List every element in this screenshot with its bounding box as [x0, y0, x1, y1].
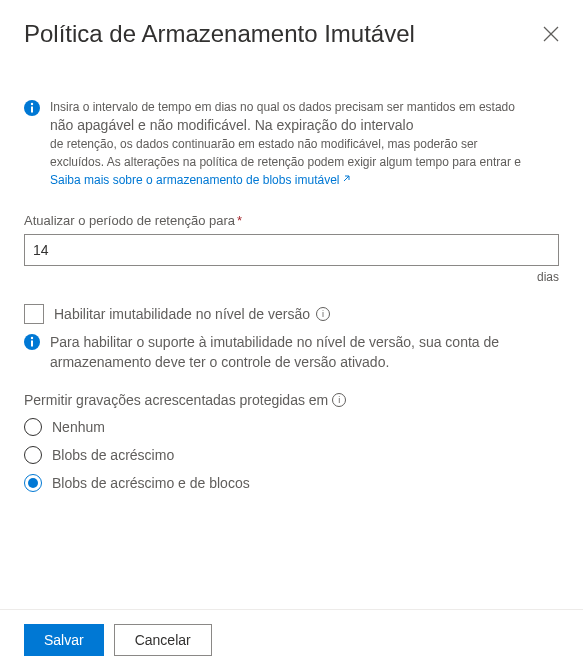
version-immutability-checkbox[interactable] [24, 304, 44, 324]
svg-rect-3 [31, 107, 33, 113]
info-block: Insira o intervalo de tempo em dias no q… [24, 98, 559, 189]
required-asterisk: * [237, 213, 242, 228]
radio-label-append: Blobs de acréscimo [52, 447, 174, 463]
retention-label: Atualizar o período de retenção para * [24, 213, 559, 228]
radio-option-append[interactable]: Blobs de acréscimo [24, 446, 559, 464]
radio-label-append-block: Blobs de acréscimo e de blocos [52, 475, 250, 491]
retention-unit: dias [24, 270, 559, 284]
close-icon [543, 26, 559, 42]
help-icon[interactable]: i [316, 307, 330, 321]
info-line1: Insira o intervalo de tempo em dias no q… [50, 100, 515, 114]
info-icon [24, 100, 40, 116]
info-line4: excluídos. As alterações na política de … [50, 155, 521, 169]
radio-label-none: Nenhum [52, 419, 105, 435]
svg-point-4 [31, 103, 33, 105]
save-button[interactable]: Salvar [24, 624, 104, 656]
info-line3: de retenção, os dados continuarão em est… [50, 137, 478, 151]
radio-option-append-block[interactable]: Blobs de acréscimo e de blocos [24, 474, 559, 492]
info-link[interactable]: Saiba mais sobre o armazenamento de blob… [50, 173, 340, 187]
version-immutability-help: Para habilitar o suporte à imutabilidade… [24, 332, 559, 372]
close-button[interactable] [543, 26, 559, 42]
info-line2: não apagável e não modificável. Na expir… [50, 117, 413, 133]
radio-icon [24, 418, 42, 436]
radio-icon [24, 446, 42, 464]
cancel-button[interactable]: Cancelar [114, 624, 212, 656]
help-icon[interactable]: i [332, 393, 346, 407]
external-link-icon [343, 174, 353, 184]
version-immutability-label: Habilitar imutabilidade no nível de vers… [54, 306, 310, 322]
svg-rect-6 [31, 341, 33, 347]
radio-icon-selected [24, 474, 42, 492]
info-icon [24, 334, 40, 350]
version-immutability-help-text: Para habilitar o suporte à imutabilidade… [50, 332, 559, 372]
radio-option-none[interactable]: Nenhum [24, 418, 559, 436]
svg-point-7 [31, 337, 33, 339]
page-title: Política de Armazenamento Imutável [24, 20, 415, 48]
append-writes-group-label: Permitir gravações acrescentadas protegi… [24, 392, 328, 408]
retention-input[interactable] [24, 234, 559, 266]
